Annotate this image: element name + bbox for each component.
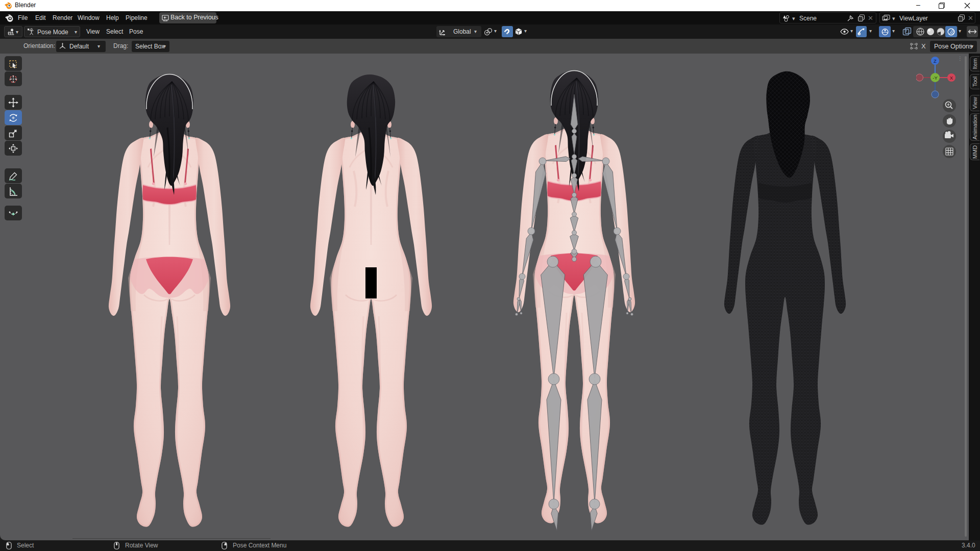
svg-text:Z: Z [934, 58, 937, 64]
svg-text:X: X [950, 75, 953, 81]
svg-text:-Y: -Y [933, 75, 938, 81]
